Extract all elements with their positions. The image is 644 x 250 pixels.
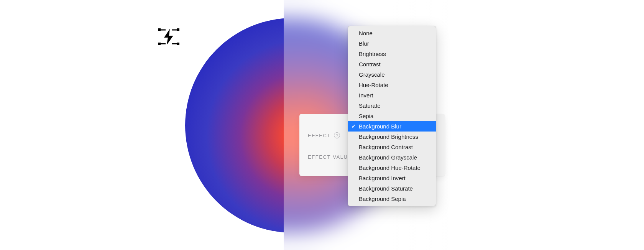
menu-item[interactable]: Sepia — [348, 111, 436, 121]
menu-item[interactable]: Blur — [348, 38, 436, 49]
menu-item[interactable]: Brightness — [348, 49, 436, 59]
menu-item[interactable]: Background Contrast — [348, 142, 436, 152]
svg-marker-8 — [164, 29, 173, 45]
menu-item-label: None — [359, 30, 373, 36]
menu-item-label: Background Brightness — [359, 133, 418, 140]
menu-item-label: Background Grayscale — [359, 154, 417, 161]
menu-item-label: Grayscale — [359, 71, 385, 78]
svg-rect-4 — [158, 28, 161, 31]
menu-item[interactable]: Invert — [348, 90, 436, 100]
menu-item-label: Contrast — [359, 61, 381, 67]
menu-item[interactable]: None — [348, 28, 436, 38]
menu-item[interactable]: Background Hue-Rotate — [348, 163, 436, 173]
menu-item-label: Sepia — [359, 113, 373, 119]
menu-item[interactable]: Saturate — [348, 100, 436, 111]
effect-value-label: EFFECT VALUE — [308, 154, 352, 160]
menu-item[interactable]: ✓Background Blur — [348, 121, 436, 132]
menu-item[interactable]: Grayscale — [348, 69, 436, 80]
menu-item[interactable]: Background Sepia — [348, 194, 436, 204]
menu-item[interactable]: Hue-Rotate — [348, 80, 436, 90]
menu-item-label: Background Saturate — [359, 185, 413, 192]
check-icon: ✓ — [352, 123, 356, 129]
bolt-frame-logo-icon — [157, 28, 180, 46]
svg-rect-5 — [177, 28, 179, 31]
menu-item[interactable]: Background Brightness — [348, 132, 436, 142]
svg-rect-6 — [158, 43, 161, 45]
menu-item-label: Saturate — [359, 102, 381, 109]
svg-rect-7 — [177, 43, 179, 45]
menu-item[interactable]: Contrast — [348, 59, 436, 69]
menu-item-label: Background Hue-Rotate — [359, 164, 421, 171]
effect-dropdown-menu[interactable]: NoneBlurBrightnessContrastGrayscaleHue-R… — [348, 26, 436, 206]
effect-label: EFFECT — [308, 133, 331, 138]
menu-item-label: Background Invert — [359, 175, 406, 181]
menu-item-label: Background Sepia — [359, 196, 406, 202]
menu-item-label: Background Blur — [359, 123, 401, 130]
menu-item-label: Blur — [359, 40, 369, 47]
menu-item-label: Hue-Rotate — [359, 82, 388, 88]
menu-item-label: Invert — [359, 92, 373, 99]
menu-item-label: Background Contrast — [359, 144, 413, 150]
stage: EFFECT ? EFFECT VALUE NoneBlurBrightness… — [0, 0, 644, 250]
menu-item[interactable]: Background Grayscale — [348, 152, 436, 163]
menu-item[interactable]: Background Saturate — [348, 183, 436, 194]
menu-item-label: Brightness — [359, 51, 386, 57]
menu-item[interactable]: Background Invert — [348, 173, 436, 183]
help-icon[interactable]: ? — [334, 132, 340, 138]
